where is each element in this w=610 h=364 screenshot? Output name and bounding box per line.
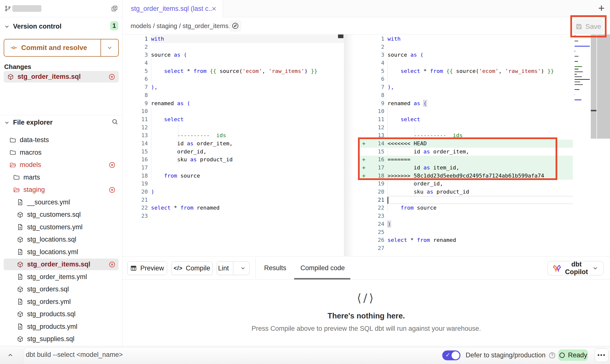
git-branch-icon[interactable] — [4, 5, 11, 12]
code-line-17[interactable]: 17 — [122, 164, 344, 172]
copy-icon[interactable] — [111, 5, 118, 12]
help-icon[interactable] — [548, 352, 556, 359]
code-line-21[interactable]: 21 — [122, 196, 344, 204]
remove-icon[interactable] — [109, 261, 116, 268]
file-row-stg_supplies.sql[interactable]: stg_supplies.sql — [4, 333, 119, 345]
code-line-2[interactable]: 2 — [122, 43, 344, 51]
code-line-10[interactable]: +10 — [360, 107, 573, 116]
code-line-7[interactable]: +7), — [360, 83, 573, 91]
code-line-6[interactable]: 6 — [122, 75, 344, 83]
code-line-4[interactable]: +4 — [360, 59, 573, 67]
compile-button[interactable]: </> Compile — [171, 261, 213, 275]
code-line-10[interactable]: 10 — [122, 107, 344, 116]
code-line-12[interactable]: +12 — [360, 124, 573, 132]
code-line-19[interactable]: 19 — [122, 180, 344, 188]
file-row-stg_orders.yml[interactable]: stg_orders.yml — [4, 296, 119, 308]
discard-change-icon[interactable] — [108, 73, 115, 80]
scrollbar-thumb[interactable] — [591, 110, 596, 111]
save-button[interactable]: Save — [573, 19, 603, 34]
code-line-12[interactable]: 12 — [122, 124, 344, 132]
commit-and-resolve-button[interactable]: Commit and resolve — [4, 39, 119, 57]
minimap[interactable] — [574, 35, 590, 109]
code-line-13[interactable]: 13 ---------- ids — [122, 132, 344, 140]
code-line-4[interactable]: 4 — [122, 59, 344, 67]
code-line-23[interactable]: 23 — [122, 212, 344, 220]
changed-file-row[interactable]: stg_order_items.sql — [4, 71, 119, 83]
code-line-20[interactable]: +20 sku as product_id — [360, 188, 573, 196]
more-options-button[interactable]: ••• — [595, 348, 609, 362]
editor-pane-original[interactable]: 1with23source as (45 select * from {{ so… — [122, 35, 344, 220]
editor-scrollbar[interactable] — [597, 34, 610, 139]
collapse-icon[interactable] — [7, 352, 14, 359]
code-line-3[interactable]: 3source as ( — [122, 51, 344, 59]
dbt-copilot-button[interactable]: dbt Copilot — [547, 261, 604, 275]
file-row-stg_products.yml[interactable]: stg_products.yml — [4, 321, 119, 332]
code-line-14[interactable]: 14 id as order_item, — [122, 140, 344, 148]
code-line-17[interactable]: +17 id as item_id, — [360, 164, 573, 172]
code-line-19[interactable]: +19 order_id, — [360, 180, 573, 188]
code-line-3[interactable]: +3source as ( — [360, 51, 573, 59]
code-line-14[interactable]: +14<<<<<<< HEAD — [360, 140, 573, 148]
code-line-7[interactable]: 7), — [122, 83, 344, 91]
file-row-staging[interactable]: staging — [4, 184, 119, 196]
code-line-18[interactable]: +18>>>>>>> 58c1dd23d5eebd9cd2495fa7124ab… — [360, 172, 573, 180]
file-row-stg_customers.yml[interactable]: stg_customers.yml — [4, 221, 119, 233]
code-line-5[interactable]: 5 select * from {{ source('ecom', 'raw_i… — [122, 67, 344, 75]
code-line-1[interactable]: +1with — [360, 35, 573, 43]
commit-options-chevron[interactable] — [101, 45, 118, 51]
code-line-21[interactable]: +21 — [360, 196, 573, 204]
defer-toggle[interactable]: ✓ — [442, 350, 460, 360]
lint-options-chevron[interactable] — [237, 265, 249, 271]
file-explorer-header[interactable]: File explorer — [4, 119, 118, 126]
code-line-26[interactable]: +26select * from renamed — [360, 236, 573, 244]
version-control-header[interactable]: Version control — [4, 23, 62, 30]
code-line-22[interactable]: 22select * from renamed — [122, 204, 344, 212]
code-line-1[interactable]: 1with — [122, 35, 344, 43]
close-icon[interactable]: × — [212, 5, 216, 13]
lint-button[interactable]: Lint — [217, 261, 250, 275]
code-line-27[interactable]: +27 — [360, 244, 573, 252]
left-pane-scrollbar[interactable] — [338, 34, 343, 38]
editor-pane-conflict[interactable]: +1with+2+3source as (+4+5 select * from … — [360, 35, 573, 252]
file-row-stg_order_items.sql[interactable]: stg_order_items.sql — [4, 259, 119, 270]
command-input[interactable]: dbt build --select <model_name> — [26, 346, 123, 363]
file-row-stg_order_items.yml[interactable]: stg_order_items.yml — [4, 271, 119, 283]
code-line-13[interactable]: +13 ---------- ids — [360, 132, 573, 140]
code-line-6[interactable]: +6 — [360, 75, 573, 83]
tab-results[interactable]: Results — [260, 256, 290, 280]
code-line-16[interactable]: 16 sku as product_id — [122, 156, 344, 164]
tab-compiled-code[interactable]: Compiled code — [295, 256, 350, 280]
code-line-9[interactable]: 9renamed as ( — [122, 99, 344, 108]
code-line-23[interactable]: +23 — [360, 212, 573, 220]
code-line-2[interactable]: +2 — [360, 43, 573, 51]
file-row-stg_locations.sql[interactable]: stg_locations.sql — [4, 234, 119, 245]
code-line-18[interactable]: 18 from source — [122, 172, 344, 180]
code-line-11[interactable]: +11 select — [360, 116, 573, 124]
new-tab-icon[interactable]: + — [598, 2, 605, 14]
remove-icon[interactable] — [109, 162, 116, 168]
code-line-20[interactable]: 20) — [122, 188, 344, 196]
tab-stg-order-items[interactable]: stg_order_items.sql (last c... × — [122, 0, 223, 17]
file-row-models[interactable]: models — [4, 159, 119, 171]
preview-button[interactable]: Preview — [127, 261, 167, 275]
file-row-stg_orders.sql[interactable]: stg_orders.sql — [4, 283, 119, 295]
code-line-24[interactable]: +24) — [360, 220, 573, 228]
code-line-15[interactable]: 15 order_id, — [122, 148, 344, 156]
code-line-25[interactable]: +25 — [360, 228, 573, 236]
code-editor[interactable]: 1with23source as (45 select * from {{ so… — [122, 34, 610, 256]
code-line-8[interactable]: 8 — [122, 91, 344, 99]
code-line-15[interactable]: +15 id as order_item, — [360, 148, 573, 156]
compass-icon[interactable] — [229, 20, 241, 32]
code-line-5[interactable]: +5 select * from {{ source('ecom', 'raw_… — [360, 67, 573, 75]
remove-icon[interactable] — [109, 186, 116, 193]
code-line-16[interactable]: +16======= — [360, 156, 573, 164]
file-row-stg_locations.yml[interactable]: stg_locations.yml — [4, 246, 119, 258]
code-line-11[interactable]: 11 select — [122, 116, 344, 124]
code-line-8[interactable]: +8 — [360, 91, 573, 99]
file-row-__sources.yml[interactable]: __sources.yml — [4, 197, 119, 208]
file-row-marts[interactable]: marts — [4, 172, 119, 183]
file-row-data-tests[interactable]: data-tests — [4, 134, 119, 146]
minimap-scrollbar[interactable] — [591, 34, 596, 139]
file-row-macros[interactable]: macros — [4, 147, 119, 158]
code-line-9[interactable]: +9renamed as ( — [360, 99, 573, 108]
